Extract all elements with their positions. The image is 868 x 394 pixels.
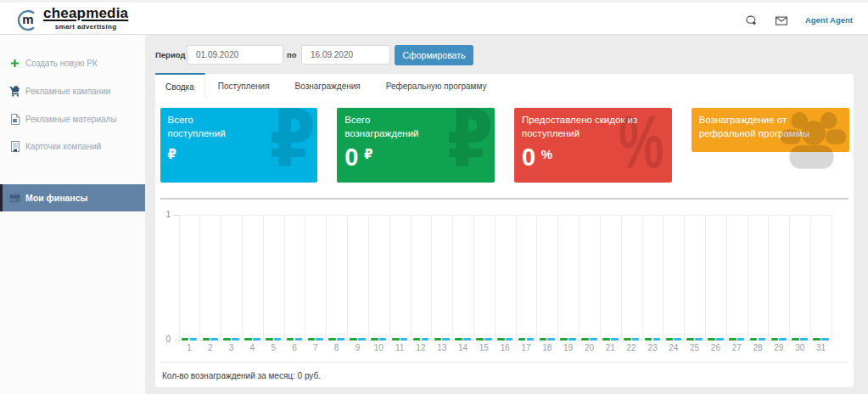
x-axis-label: 2 (202, 343, 219, 352)
bar-series-0-day-1 (182, 338, 189, 341)
bar-series-0-day-9 (350, 338, 357, 341)
x-axis-label: 25 (686, 343, 703, 352)
bar-series-1-day-19 (568, 338, 576, 341)
bar-series-0-day-29 (771, 338, 779, 341)
bar-series-1-day-30 (800, 338, 808, 341)
grid-line-vertical (411, 215, 412, 340)
ruble-watermark-icon: ₽ (447, 99, 493, 177)
user-menu[interactable]: Agent Agent (805, 15, 853, 25)
tab-receipts[interactable]: Поступления (205, 74, 283, 98)
mail-icon[interactable] (776, 14, 787, 25)
card-value: 0 (344, 145, 358, 170)
generate-button[interactable]: Сформировать (395, 45, 473, 65)
bar-series-1-day-25 (695, 338, 703, 341)
percent-sign: % (541, 148, 552, 160)
bar-series-1-day-16 (506, 338, 513, 341)
x-axis-label: 6 (286, 343, 303, 352)
grid-line-vertical (516, 215, 517, 340)
x-axis-label: 7 (307, 343, 324, 352)
bar-series-1-day-22 (632, 338, 640, 341)
grid-line-vertical (199, 215, 200, 340)
date-from-input[interactable] (187, 45, 283, 65)
bar-series-1-day-14 (463, 338, 471, 341)
bar-series-0-day-18 (540, 338, 547, 341)
bar-series-0-day-17 (518, 338, 526, 341)
credit-card-icon (9, 193, 20, 204)
x-axis-label: 9 (349, 343, 366, 352)
x-axis-label: 4 (244, 343, 260, 352)
ruble-sign: ₽ (168, 148, 176, 160)
bar-series-1-day-29 (779, 338, 787, 341)
bar-series-0-day-4 (244, 338, 252, 341)
logo[interactable]: m cheapmedia smart advertising (17, 9, 161, 35)
sidebar-item-my-finances[interactable]: Мои финансы (0, 184, 145, 211)
grid-line-vertical (621, 215, 622, 340)
bar-series-0-day-25 (686, 338, 694, 341)
bar-series-1-day-11 (400, 338, 408, 341)
grid-line-vertical (347, 215, 348, 340)
card-title-line: Всего (168, 114, 226, 127)
x-axis-label: 23 (644, 343, 661, 352)
x-axis-label: 3 (223, 343, 240, 352)
x-axis-label: 18 (539, 343, 556, 352)
bar-series-0-day-13 (434, 338, 442, 341)
x-axis-label: 8 (328, 343, 345, 352)
grid-line-vertical (557, 215, 558, 340)
bar-series-0-day-28 (750, 338, 758, 341)
card-title: Всего вознаграждений (344, 114, 418, 140)
card-discounts: Предоставлено скидок из поступлений 0 % … (514, 108, 672, 183)
tab-summary[interactable]: Сводка (155, 73, 205, 98)
bar-series-0-day-21 (602, 338, 610, 341)
summary-cards: Всего поступлений ₽ ₽ Всего вознагражден… (160, 108, 849, 183)
date-to-input[interactable] (301, 45, 390, 65)
bar-series-0-day-27 (729, 338, 736, 341)
bar-series-0-day-19 (560, 338, 568, 341)
brand-title: cheapmedia (43, 5, 128, 22)
x-axis-label: 11 (391, 343, 408, 352)
grid-line-vertical (748, 215, 748, 340)
grid-line-vertical (368, 215, 369, 340)
logo-initial: m (17, 12, 39, 26)
card-title-line: вознаграждений (344, 127, 418, 141)
bar-series-0-day-10 (371, 338, 378, 341)
card-title-line: Предоставлено скидок из (522, 114, 637, 127)
period-label: Период (155, 50, 185, 59)
tab-referral-program[interactable]: Реферальную программу (373, 74, 500, 98)
plus-icon (9, 58, 20, 69)
grid-line-vertical (284, 215, 285, 340)
tab-rewards[interactable]: Вознаграждения (283, 74, 373, 98)
bar-series-1-day-15 (484, 338, 492, 341)
y-axis-label: 0 (155, 335, 171, 344)
sidebar-item-company-cards[interactable]: Карточки компаний (0, 132, 145, 160)
ruble-sign: ₽ (364, 148, 372, 160)
bar-series-0-day-31 (813, 338, 820, 341)
grid-line-vertical (832, 215, 832, 340)
bar-series-0-day-8 (328, 338, 336, 341)
file-icon (9, 114, 20, 125)
bar-series-0-day-11 (392, 338, 400, 341)
card-referral-reward: Вознаграждение от рефральной программы (692, 108, 849, 152)
bar-series-1-day-1 (190, 338, 198, 341)
sidebar-item-materials[interactable]: Рекламные материалы (0, 105, 145, 133)
x-axis-label: 5 (265, 343, 282, 352)
grid-line-vertical (789, 215, 790, 340)
grid-line-vertical (473, 215, 474, 340)
chart-bottom-divider (160, 362, 848, 363)
bar-series-0-day-22 (624, 338, 631, 341)
x-axis-label: 10 (370, 343, 387, 352)
bar-series-0-day-5 (266, 338, 273, 341)
chat-icon[interactable] (746, 14, 757, 25)
x-axis-label: 1 (181, 343, 198, 352)
bar-series-0-day-12 (413, 338, 421, 341)
x-axis-label: 22 (623, 343, 640, 352)
card-title-line: Всего (344, 114, 418, 127)
bar-series-1-day-23 (653, 338, 661, 341)
card-title: Всего поступлений (168, 114, 226, 140)
x-axis-label: 31 (813, 343, 830, 352)
sidebar-item-campaigns[interactable]: Рекламные кампании (0, 77, 145, 105)
y-tick-mark (174, 215, 179, 216)
x-axis-label: 14 (455, 343, 472, 352)
sidebar-item-create-campaign[interactable]: Создать новую РК (0, 49, 145, 77)
x-axis-label: 20 (580, 343, 597, 352)
x-axis-label: 16 (496, 343, 513, 352)
